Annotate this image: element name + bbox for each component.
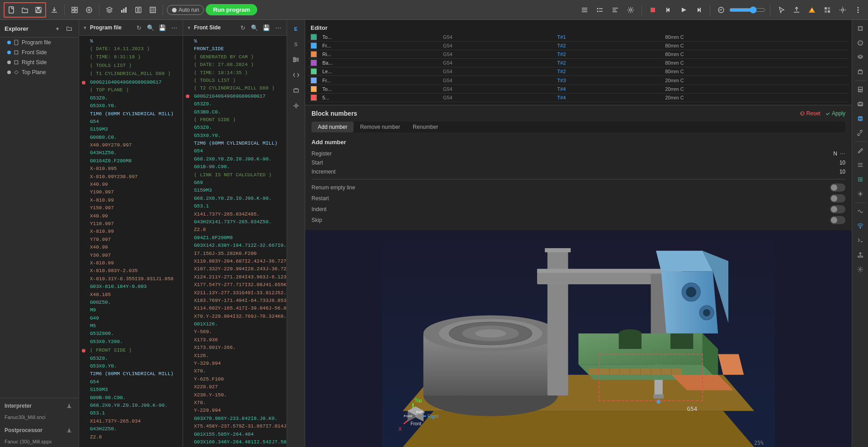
- chart-icon[interactable]: [118, 4, 130, 16]
- sidebar-item-top-plane[interactable]: Top Plane: [0, 67, 79, 77]
- editor-table-row[interactable]: Ri... G54 T#2 80mm C: [308, 50, 849, 59]
- layers-icon[interactable]: [289, 83, 303, 98]
- box-icon[interactable]: [854, 65, 867, 79]
- program-code-content[interactable]: %( DATE: 14.11.2023 )( TIME: 9:31:10 )( …: [79, 36, 183, 447]
- pen-icon[interactable]: [854, 144, 867, 157]
- code-line: X70.: [183, 399, 287, 407]
- code-line: X229.927: [183, 383, 287, 391]
- interpreter-label: Interpreter: [5, 403, 32, 409]
- print-icon[interactable]: [854, 83, 867, 96]
- restart-toggle[interactable]: [830, 194, 845, 202]
- svg-rect-22: [825, 10, 827, 13]
- editor-table-row[interactable]: To... G54 T#4 20mm C: [308, 85, 849, 93]
- import-icon[interactable]: [48, 4, 61, 16]
- cross-icon[interactable]: [854, 187, 867, 201]
- orbit-icon[interactable]: [854, 36, 867, 50]
- apply-link[interactable]: Apply: [825, 110, 845, 117]
- search-icon[interactable]: 🔍: [146, 23, 156, 33]
- editor-table-row[interactable]: Le... G54 T#2 80mm C: [308, 67, 849, 76]
- search-icon[interactable]: 🔍: [250, 23, 259, 33]
- skip-back-icon[interactable]: [662, 4, 675, 16]
- warning-icon[interactable]: [806, 4, 818, 16]
- grid3-icon[interactable]: [821, 4, 834, 16]
- editor-table-row[interactable]: 5... G54 T#4 20mm C: [308, 93, 849, 102]
- refresh-icon[interactable]: ↻: [134, 23, 144, 33]
- upload-icon[interactable]: [790, 4, 803, 16]
- sidebar-item-front-side[interactable]: Front Side: [0, 47, 79, 57]
- front-side-code-content[interactable]: %FRONT_SIDE( GENERATED BY CAM )( DATE: 2…: [183, 36, 287, 447]
- auto-run-button[interactable]: ⬤ Auto run: [167, 5, 204, 15]
- print2-icon[interactable]: [854, 97, 867, 111]
- export2-icon[interactable]: [854, 248, 867, 262]
- sep3: [163, 5, 163, 15]
- sidebar-item-program-file[interactable]: Program file: [0, 38, 79, 47]
- skip-forward-icon[interactable]: [693, 4, 705, 16]
- run-program-button[interactable]: Run program: [206, 4, 257, 15]
- play-icon[interactable]: [677, 4, 690, 16]
- renum-empty-toggle[interactable]: [830, 184, 845, 192]
- indent-toggle[interactable]: [830, 205, 845, 213]
- editor-table-row[interactable]: Ba... G54 T#2 80mm C: [308, 59, 849, 67]
- lines-icon[interactable]: [854, 234, 867, 247]
- sidebar-item-right-side[interactable]: Right Side: [0, 57, 79, 67]
- cursor2-icon[interactable]: [854, 22, 867, 35]
- code-line: G54: [183, 147, 287, 155]
- grid-lines-icon[interactable]: [854, 158, 867, 172]
- editor-table-row[interactable]: Fr... G54 T#2 80mm C: [308, 42, 849, 50]
- viewport-3d[interactable]: G54 Right Top X Front Front: [305, 230, 852, 447]
- setup-icon[interactable]: S: [289, 37, 303, 52]
- editor-table-row[interactable]: To... G54 T#1 80mm C: [308, 33, 849, 42]
- tab-add-number[interactable]: Add number: [311, 122, 354, 132]
- tab-remove-number[interactable]: Remove number: [354, 122, 406, 132]
- tab-renumber[interactable]: Renumber: [406, 122, 444, 132]
- folder-icon[interactable]: [64, 24, 74, 33]
- open-file-icon[interactable]: [19, 4, 31, 16]
- mid-settings-icon[interactable]: [289, 99, 303, 113]
- list-icon[interactable]: [594, 4, 606, 16]
- menu-icon[interactable]: [578, 4, 591, 16]
- more3-icon[interactable]: ⋯: [273, 23, 283, 33]
- reset-link[interactable]: Reset: [800, 110, 821, 117]
- text-icon[interactable]: [609, 4, 622, 16]
- wave-icon[interactable]: [854, 205, 867, 218]
- svg-text:Top: Top: [415, 398, 422, 403]
- save-icon[interactable]: 💾: [261, 23, 271, 33]
- code-icon[interactable]: [289, 68, 303, 82]
- download-icon[interactable]: [64, 401, 74, 411]
- code-line: X40.99: [79, 181, 183, 188]
- grid2-icon[interactable]: [146, 4, 159, 16]
- editor-table-row[interactable]: Fr... G54 T#3 20mm C: [308, 76, 849, 85]
- layers2-icon[interactable]: [103, 4, 116, 16]
- increment-value: 10: [827, 169, 845, 175]
- dot-grid-icon[interactable]: [854, 173, 867, 186]
- save-icon[interactable]: 💾: [157, 23, 167, 33]
- right-settings-icon[interactable]: [854, 263, 867, 276]
- sep5: [710, 5, 710, 15]
- more2-icon[interactable]: ⋯: [169, 23, 179, 33]
- blocks-icon[interactable]: [289, 52, 303, 67]
- skip-toggle[interactable]: [830, 216, 845, 224]
- more-icon[interactable]: [852, 4, 864, 16]
- stop-icon[interactable]: [646, 4, 659, 16]
- refresh-icon[interactable]: ↻: [238, 23, 248, 33]
- layers2b-icon[interactable]: [854, 51, 867, 64]
- new-file-icon[interactable]: [5, 4, 18, 16]
- more-dots[interactable]: ⋯: [840, 151, 845, 157]
- compare-icon[interactable]: [83, 4, 95, 16]
- download2-icon[interactable]: [64, 425, 74, 435]
- save-file-icon[interactable]: [32, 4, 45, 16]
- edit-icon[interactable]: E: [289, 22, 303, 36]
- speed-slider[interactable]: [729, 6, 765, 14]
- code-line: Y190.997: [79, 188, 183, 196]
- cylinder-icon[interactable]: [854, 112, 867, 125]
- link-icon[interactable]: [854, 126, 867, 140]
- grid-icon[interactable]: [68, 4, 81, 16]
- pointer-icon[interactable]: [775, 4, 788, 16]
- settings-icon[interactable]: [624, 4, 637, 16]
- config-icon[interactable]: [836, 4, 849, 16]
- dot-icon: [7, 51, 11, 54]
- wifi-icon[interactable]: [854, 219, 867, 233]
- save2-icon[interactable]: [132, 4, 145, 16]
- svg-rect-11: [125, 7, 127, 13]
- add-icon[interactable]: +: [52, 24, 62, 33]
